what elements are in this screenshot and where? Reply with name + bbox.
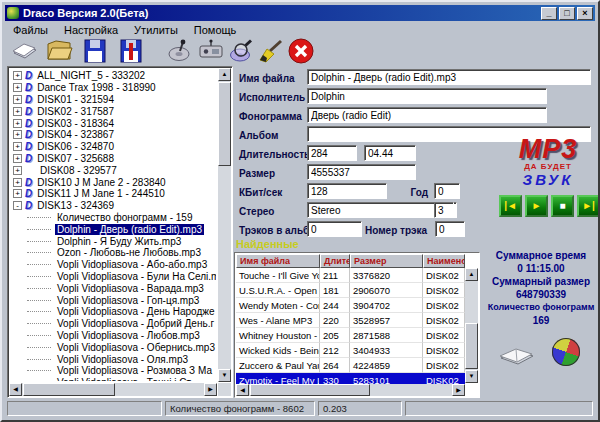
- tree-item-label[interactable]: Vopli Vidopliasova - Були На Селі.m: [55, 271, 216, 282]
- result-row[interactable]: Touche - I'll Give You My He2113376820DI…: [236, 268, 465, 283]
- tree-hscroll-thumb[interactable]: [23, 383, 115, 396]
- tree-item[interactable]: Vopli Vidopliasova - Добрий День.г: [11, 318, 216, 330]
- tree-item-label[interactable]: Vopli Vidopliasova - Розмова З Ма: [55, 365, 214, 376]
- tree-item[interactable]: Vopli Vidopliasova - Або-або.mp3: [11, 259, 216, 271]
- tree-item-label[interactable]: Dance Trax 1998 - 318990: [35, 82, 157, 93]
- scroll-left-icon[interactable]: ◀: [236, 384, 249, 396]
- minimize-button[interactable]: _: [541, 7, 557, 20]
- column-header-duration[interactable]: Длител: [320, 254, 350, 268]
- results-hscroll-thumb[interactable]: [250, 384, 370, 396]
- tree-item-label[interactable]: Dolphin - Дверь (radio Edit).mp3: [55, 224, 204, 235]
- tree-item-label[interactable]: Vopli Vidopliasova - Танці і Ст: [55, 377, 193, 381]
- tree-item[interactable]: +DDISK10 J M Jane 2 - 283840: [11, 176, 216, 188]
- results-vertical-scrollbar[interactable]: ▲ ▼: [465, 268, 478, 383]
- result-row[interactable]: Zymotix - Feel My Love.mp33305283101DISK…: [236, 373, 465, 384]
- tree-item[interactable]: Vopli Vidopliasova - Гоп-ця.mp3: [11, 294, 216, 306]
- menu-help[interactable]: Помощь: [186, 24, 245, 36]
- result-row[interactable]: Zuccero & Paul Yaung - Sen2644224859DISK…: [236, 358, 465, 373]
- tree-vscroll-thumb[interactable]: [218, 82, 231, 166]
- tree-item-label[interactable]: Vopli Vidopliasova - Оля.mp3: [55, 354, 190, 365]
- expand-icon[interactable]: +: [13, 83, 22, 92]
- tree-item[interactable]: Vopli Vidopliasova - День Народже: [11, 306, 216, 318]
- tree-item[interactable]: Dolphin - Я Буду Жить.mp3: [11, 235, 216, 247]
- tree-item-label[interactable]: DISK13 - 324369: [35, 200, 116, 211]
- tree-item[interactable]: -DDISK13 - 324369: [11, 200, 216, 212]
- artist-input[interactable]: [307, 88, 547, 104]
- device-button[interactable]: [197, 37, 225, 65]
- result-row[interactable]: Wicked Kids - Being Boiled n2123404933DI…: [236, 343, 465, 358]
- duration-seconds-input[interactable]: [307, 145, 357, 161]
- tree-item[interactable]: +DALL_NIGHT_5 - 333202: [11, 70, 216, 82]
- tree-horizontal-scrollbar[interactable]: ◀ ▶: [9, 383, 217, 396]
- expand-icon[interactable]: +: [13, 95, 22, 104]
- expand-icon[interactable]: +: [13, 154, 22, 163]
- tree-item[interactable]: +DDance Trax 1998 - 318990: [11, 82, 216, 94]
- tree-item[interactable]: Vopli Vidopliasova - Обернись.mp3: [11, 341, 216, 353]
- tree-item[interactable]: Vopli Vidopliasova - Варада.mp3: [11, 282, 216, 294]
- tree-item-label[interactable]: Vopli Vidopliasova - Гоп-ця.mp3: [55, 295, 201, 306]
- search-button[interactable]: [227, 37, 255, 65]
- save-as-button[interactable]: [117, 37, 145, 65]
- result-row[interactable]: U.S.U.R.A. - Open Your Minc1812906070DIS…: [236, 283, 465, 298]
- tree-item-label[interactable]: Vopli Vidopliasova - Любов.mp3: [55, 330, 202, 341]
- expand-icon[interactable]: +: [13, 166, 22, 175]
- scroll-right-icon[interactable]: ▶: [452, 384, 465, 396]
- close-button[interactable]: ×: [577, 7, 593, 20]
- menu-files[interactable]: Файлы: [5, 24, 56, 36]
- tree-item[interactable]: Vopli Vidopliasova - Розмова З Ма: [11, 365, 216, 377]
- tree-item[interactable]: +DDISK02 - 317587: [11, 105, 216, 117]
- duration-time-input[interactable]: [364, 145, 416, 161]
- expand-icon[interactable]: +: [13, 189, 22, 198]
- scroll-right-icon[interactable]: ▶: [204, 383, 217, 396]
- exit-button[interactable]: [287, 37, 315, 65]
- column-header-disk[interactable]: Наименование: [423, 254, 465, 268]
- tree-item[interactable]: +DDISK07 - 325688: [11, 153, 216, 165]
- tree-item[interactable]: +DDISK04 - 323867: [11, 129, 216, 141]
- tree-item[interactable]: Vopli Vidopliasova - Любов.mp3: [11, 330, 216, 342]
- expand-icon[interactable]: +: [13, 178, 22, 187]
- previous-track-button[interactable]: |◄: [499, 195, 522, 217]
- tree-item-label[interactable]: DISK01 - 321594: [35, 94, 116, 105]
- result-row[interactable]: Wes - Alane MP32203528957DISK02: [236, 313, 465, 328]
- tree-item-label[interactable]: DISK02 - 317587: [35, 106, 116, 117]
- results-horizontal-scrollbar[interactable]: ◀ ▶: [236, 384, 465, 396]
- expand-icon[interactable]: +: [13, 107, 22, 116]
- tree-item-label[interactable]: ALL_NIGHT_5 - 333202: [35, 70, 147, 81]
- tree-item-label[interactable]: Количество фонограмм - 159: [55, 212, 194, 223]
- tree-item[interactable]: Ozon - Любовь-не Любовь.mp3: [11, 247, 216, 259]
- menu-settings[interactable]: Настройка: [56, 24, 126, 36]
- scroll-left-icon[interactable]: ◀: [9, 383, 22, 396]
- brush-button[interactable]: [257, 37, 285, 65]
- year-input[interactable]: [434, 183, 460, 199]
- bitrate-input[interactable]: [307, 183, 387, 199]
- result-row[interactable]: Wendy Moten - Come In Out2443904702DISK0…: [236, 298, 465, 313]
- save-button[interactable]: [81, 37, 109, 65]
- phonogram-input[interactable]: [307, 107, 547, 123]
- file-name-input[interactable]: [307, 69, 591, 85]
- expand-icon[interactable]: +: [13, 142, 22, 151]
- track-number-input[interactable]: [435, 221, 465, 237]
- pinwheel-icon[interactable]: [552, 338, 580, 366]
- tree-item[interactable]: Vopli Vidopliasova - Танці і Ст: [11, 377, 216, 381]
- tree-item-label[interactable]: Vopli Vidopliasova - День Народже: [55, 306, 216, 317]
- column-header-size[interactable]: Размер: [350, 254, 423, 268]
- tree-item[interactable]: +DDISK01 - 321594: [11, 94, 216, 106]
- scroll-down-icon[interactable]: ▼: [218, 369, 231, 382]
- expand-icon[interactable]: +: [13, 71, 22, 80]
- tree-item-label[interactable]: DISK11 J M Jane 1 - 244510: [35, 188, 167, 199]
- tree-item[interactable]: Vopli Vidopliasova - Оля.mp3: [11, 353, 216, 365]
- tree-item-label[interactable]: DISK03 - 318364: [35, 118, 116, 129]
- tree-item-label[interactable]: Vopli Vidopliasova - Добрий День.г: [55, 318, 216, 329]
- tree-item-label[interactable]: DISK10 J M Jane 2 - 283840: [35, 177, 167, 188]
- result-row[interactable]: Whitney Houston - Exhale Sh2052871588DIS…: [236, 328, 465, 343]
- scroll-up-icon[interactable]: ▲: [465, 268, 478, 281]
- titlebar[interactable]: Draco Версия 2.0(Бета) _ □ ×: [5, 5, 595, 21]
- album-tracks-input[interactable]: [307, 221, 362, 237]
- stop-button[interactable]: ■: [551, 195, 574, 217]
- size-input[interactable]: [307, 164, 416, 180]
- tree-item-label[interactable]: Vopli Vidopliasova - Обернись.mp3: [55, 342, 216, 353]
- tree-item-label[interactable]: Ozon - Любовь-не Любовь.mp3: [55, 247, 203, 258]
- book-icon[interactable]: [498, 342, 536, 372]
- tree-item[interactable]: +DDISK06 - 324870: [11, 141, 216, 153]
- tree-item-label[interactable]: DISK08 - 329577: [38, 165, 119, 176]
